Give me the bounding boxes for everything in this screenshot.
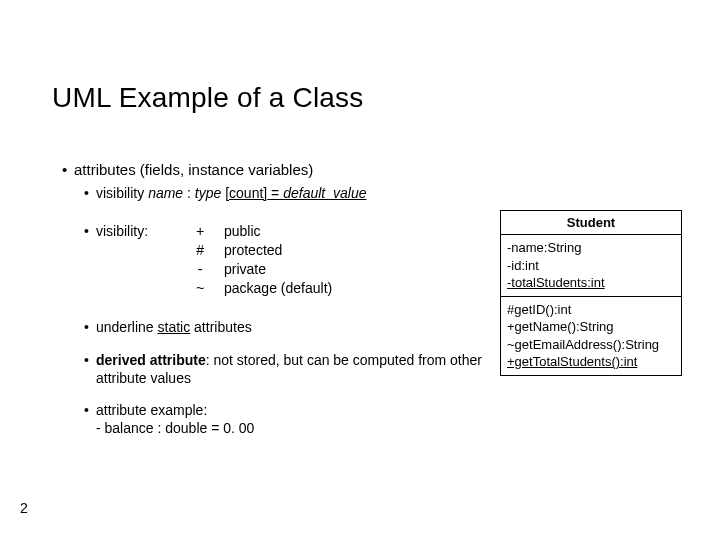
syntax-eq: = [267,185,283,201]
vis-sym: + [196,223,224,241]
uml-attr: -id:int [507,257,675,275]
vis-sym: - [196,261,224,279]
bullet-visibility: visibility: +public #protected -private … [84,222,482,299]
underline-static: static [158,319,191,335]
vis-mean: private [224,260,266,278]
uml-class-name: Student [501,211,681,235]
syntax-type: type [195,185,221,201]
uml-class-box: Student -name:String -id:int -totalStude… [500,210,682,376]
uml-op: #getID():int [507,301,675,319]
vis-mean: package (default) [224,279,332,297]
uml-attr-static: -totalStudents:int [507,274,675,292]
vis-row-protected: #protected [196,241,332,260]
visibility-table: +public #protected -private ~package (de… [196,222,332,299]
slide: UML Example of a Class attributes (field… [0,0,720,540]
syntax-name: name [148,185,183,201]
bullet-attributes: attributes (fields, instance variables) [62,160,482,180]
bullet-syntax: visibility name : type [count] = default… [84,184,482,202]
visibility-label: visibility: [96,222,196,299]
vis-row-package: ~package (default) [196,279,332,298]
uml-operations: #getID():int +getName():String ~getEmail… [501,297,681,375]
underline-suffix: attributes [190,319,251,335]
bullet-example: attribute example: - balance : double = … [84,401,482,437]
example-label: attribute example: [96,402,207,418]
uml-op: ~getEmailAddress():String [507,336,675,354]
slide-title: UML Example of a Class [52,82,363,114]
vis-row-private: -private [196,260,332,279]
syntax-colon: : [183,185,195,201]
syntax-count: [count] [225,185,267,201]
syntax-default: default_value [283,185,366,201]
page-number: 2 [20,500,28,516]
bullet-derived: derived attribute: not stored, but can b… [84,351,482,387]
uml-op: +getName():String [507,318,675,336]
slide-content: attributes (fields, instance variables) … [62,160,482,439]
uml-op-static: +getTotalStudents():int [507,353,675,371]
derived-label: derived attribute [96,352,206,368]
vis-mean: protected [224,241,282,259]
underline-prefix: underline [96,319,158,335]
vis-mean: public [224,222,261,240]
vis-sym: ~ [196,280,224,298]
uml-attributes: -name:String -id:int -totalStudents:int [501,235,681,297]
example-line: - balance : double = 0. 00 [96,420,254,436]
bullet-underline: underline static attributes [84,318,482,336]
vis-sym: # [196,242,224,260]
uml-attr: -name:String [507,239,675,257]
vis-row-public: +public [196,222,332,241]
syntax-visibility: visibility [96,185,148,201]
